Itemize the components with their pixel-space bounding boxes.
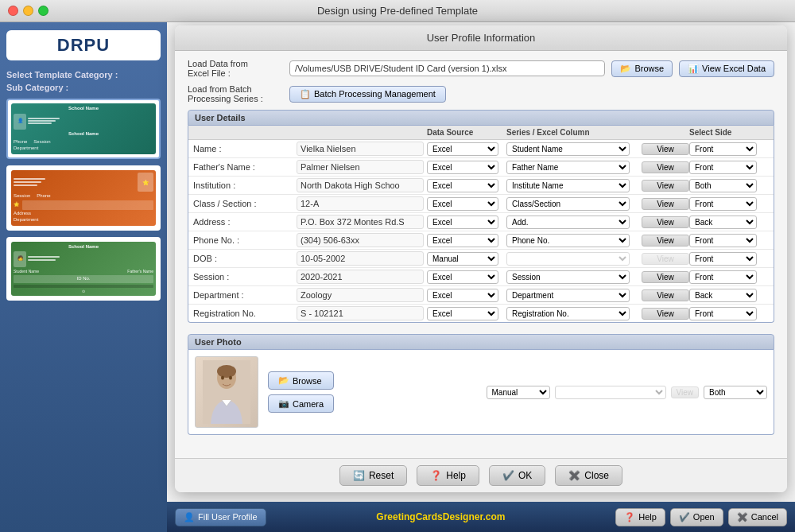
source-select[interactable]: ExcelManual (427, 142, 498, 156)
browse-excel-icon: 📂 (620, 64, 631, 74)
user-photo-section: User Photo (188, 334, 774, 435)
minimize-window-button[interactable] (23, 6, 33, 16)
side-select[interactable]: FrontBackBoth (689, 142, 757, 156)
sub-category-label: Sub Category : (6, 83, 161, 92)
field-label: Registration No. (193, 309, 297, 318)
side-select[interactable]: FrontBackBoth (689, 307, 757, 320)
source-select[interactable]: ExcelManual (427, 216, 498, 229)
view-button: View (642, 253, 689, 265)
logo: DRPU (14, 35, 153, 56)
select-template-label: Select Template Category : (6, 70, 161, 80)
photo-column-select[interactable] (555, 386, 666, 399)
user-photo-image (203, 360, 250, 424)
fill-user-profile-button[interactable]: 👤 Fill User Profile (175, 508, 266, 526)
svg-point-4 (229, 376, 232, 380)
source-select[interactable]: ExcelManual (427, 179, 498, 192)
template-card-1[interactable]: School Name 👤 School Name PhoneSession D… (6, 99, 161, 159)
view-button[interactable]: View (642, 198, 689, 210)
field-value: (304) 506-63xx (297, 233, 424, 247)
field-label: Institution : (193, 181, 297, 190)
browse-photo-button[interactable]: 📂 Browse (268, 371, 334, 390)
side-select[interactable]: FrontBackBoth (689, 234, 757, 247)
field-value: 12-A (297, 196, 424, 211)
view-button[interactable]: View (642, 216, 689, 228)
side-select[interactable]: FrontBackBoth (689, 252, 757, 266)
title-bar: Design using Pre-defined Template (0, 0, 795, 22)
view-button[interactable]: View (642, 289, 689, 301)
side-select[interactable]: FrontBackBoth (689, 161, 757, 174)
view-button[interactable]: View (642, 161, 689, 173)
template-card-3[interactable]: School Name 🧑 Student NameFather's Name … (6, 237, 161, 301)
photo-source-select[interactable]: Manual Excel (487, 386, 550, 399)
file-path-input[interactable] (289, 60, 605, 76)
ok-button[interactable]: ✔️ OK (489, 465, 545, 486)
open-button[interactable]: ✔️ Open (670, 508, 723, 526)
field-label: Session : (193, 272, 297, 282)
table-row: Class / Section : 12-A ExcelManual Class… (188, 195, 774, 213)
field-value: Vielka Nielsen (297, 142, 424, 156)
dialog-title: User Profile Information (175, 25, 787, 51)
table-row: Address : P.O. Box 372 Montes Rd.S Excel… (188, 213, 774, 231)
ok-icon: ✔️ (502, 470, 514, 481)
bottom-help-button[interactable]: ❓ Help (615, 508, 665, 526)
source-select[interactable]: ExcelManual (427, 197, 498, 211)
view-excel-icon: 📊 (688, 64, 699, 74)
table-row: Registration No. S - 102121 ExcelManual … (188, 305, 774, 322)
table-row: Phone No. : (304) 506-63xx ExcelManual P… (188, 231, 774, 250)
bottom-bar: 👤 Fill User Profile GreetingCardsDesigne… (167, 502, 795, 532)
side-select[interactable]: BothFrontBack (689, 179, 757, 192)
camera-button[interactable]: 📷 Camera (268, 394, 334, 413)
photo-side-select[interactable]: Both Front Back (704, 386, 767, 399)
view-button[interactable]: View (642, 271, 689, 283)
template-card-2[interactable]: ⭐ SessionPhone ⭐ Address Department (6, 165, 161, 230)
side-select[interactable]: FrontBackBoth (689, 197, 757, 211)
source-select[interactable]: ExcelManual (427, 289, 498, 302)
close-button[interactable]: ✖️ Close (555, 465, 622, 486)
svg-point-2 (217, 365, 236, 378)
column-select[interactable]: Department (506, 289, 630, 302)
source-select[interactable]: ExcelManual (427, 270, 498, 284)
col-header-source: Data Source (427, 128, 506, 137)
side-select[interactable]: FrontBackBoth (689, 216, 757, 229)
column-select[interactable]: Class/Section (506, 197, 630, 211)
source-select[interactable]: ManualExcel (427, 252, 498, 266)
col-header-field (193, 128, 297, 137)
cancel-button[interactable]: ✖️ Cancel (728, 508, 787, 526)
column-select[interactable]: Registration No. (506, 307, 630, 320)
view-excel-button[interactable]: 📊 View Excel Data (679, 60, 774, 77)
view-button[interactable]: View (642, 180, 689, 192)
column-select[interactable]: Father Name (506, 161, 630, 174)
field-value: S - 102121 (297, 306, 424, 320)
field-label: Department : (193, 290, 297, 300)
source-select[interactable]: ExcelManual (427, 234, 498, 247)
bottom-right: ❓ Help ✔️ Open ✖️ Cancel (615, 508, 787, 526)
user-details-header: User Details (188, 110, 774, 126)
column-select[interactable]: Add. (506, 216, 630, 229)
help-icon: ❓ (430, 470, 442, 481)
table-row: Name : Vielka Nielsen ExcelManual Studen… (188, 140, 774, 158)
view-button[interactable]: View (642, 143, 689, 155)
browse-excel-button[interactable]: 📂 Browse (611, 60, 673, 77)
column-select[interactable]: Phone No. (506, 234, 630, 247)
column-select[interactable]: Institute Name (506, 179, 630, 192)
batch-button[interactable]: 📋 Batch Processing Management (289, 86, 446, 103)
maximize-window-button[interactable] (38, 6, 48, 16)
main-content: User Profile Information Load Data from … (167, 22, 795, 532)
column-select[interactable]: Session (506, 270, 630, 284)
dialog-footer: 🔄 Reset ❓ Help ✔️ OK ✖️ Close (175, 458, 787, 492)
field-value: Zoology (297, 288, 424, 302)
col-header-side: Select Side (689, 128, 769, 137)
column-select[interactable]: Student Name (506, 142, 630, 156)
reset-button[interactable]: 🔄 Reset (339, 465, 407, 486)
source-select[interactable]: ExcelManual (427, 161, 498, 174)
source-select[interactable]: ExcelManual (427, 307, 498, 320)
help-button[interactable]: ❓ Help (417, 465, 479, 486)
side-select[interactable]: FrontBackBoth (689, 270, 757, 284)
view-button[interactable]: View (642, 235, 689, 247)
close-window-button[interactable] (8, 6, 18, 16)
column-select[interactable] (506, 252, 630, 266)
field-value: 10-05-2002 (297, 251, 424, 266)
photo-thumbnail (195, 356, 258, 428)
view-button[interactable]: View (642, 308, 689, 320)
side-select[interactable]: FrontBackBoth (689, 289, 757, 302)
